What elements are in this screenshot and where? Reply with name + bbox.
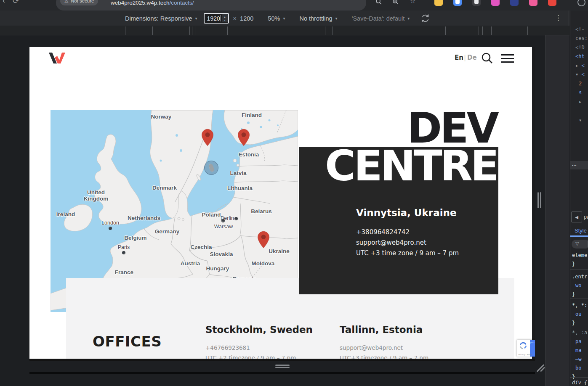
ruler-tick bbox=[337, 26, 337, 35]
address-bar[interactable]: ⚠ Not secure web4pro2025.w4p.tech/contac… bbox=[56, 0, 366, 11]
dom-line[interactable]: <!D bbox=[575, 45, 585, 50]
map-country-label: Belgium bbox=[124, 235, 146, 241]
map-country-label: Germany bbox=[155, 228, 180, 235]
map-country-label: Latvia bbox=[230, 170, 246, 176]
url-path: /contacts/ bbox=[170, 0, 194, 6]
map-country-label: Netherlands bbox=[128, 215, 160, 221]
styles-filter-input[interactable]: ▽ bbox=[572, 240, 588, 249]
offices-title: OFFICES bbox=[93, 333, 162, 350]
search-icon[interactable] bbox=[375, 0, 382, 5]
viewport-height-value[interactable]: 1200 bbox=[240, 15, 253, 22]
viewport-resize-handle-right[interactable] bbox=[537, 192, 541, 208]
bookmark-star-icon[interactable]: ☆ bbox=[410, 0, 415, 5]
extension-icon-yellow[interactable] bbox=[434, 0, 443, 6]
recaptcha-badge[interactable]: Privacy - Terms pro bbox=[517, 340, 535, 357]
css-line[interactable]: pa bbox=[575, 338, 581, 344]
css-line[interactable]: ou bbox=[575, 311, 581, 317]
filter-funnel-icon: ▽ bbox=[575, 241, 579, 246]
map-country-label: Moldova bbox=[252, 260, 275, 267]
dom-line[interactable]: ▸ bbox=[579, 99, 582, 105]
stockholm-map-pin[interactable] bbox=[201, 129, 214, 146]
page-scrollbar[interactable] bbox=[532, 47, 535, 361]
dom-line[interactable]: 2 bbox=[579, 81, 582, 87]
css-line[interactable]: } bbox=[572, 320, 575, 326]
dom-breadcrumb-more-button[interactable]: ••• bbox=[570, 161, 588, 169]
recaptcha-privacy-label[interactable]: Privacy - Terms bbox=[519, 353, 532, 355]
styles-separator bbox=[570, 377, 588, 378]
tallinn-map-pin[interactable] bbox=[237, 129, 250, 146]
expand-arrow-icon[interactable]: ▸ bbox=[575, 63, 581, 69]
dom-line[interactable]: ces: bbox=[575, 35, 588, 41]
extension-icon-blue[interactable] bbox=[453, 0, 462, 6]
dev-centre-hours: UTC +3 time zone / 9 am – 7 pm bbox=[356, 249, 459, 257]
extension-icon-navy[interactable] bbox=[510, 0, 519, 6]
map-cluster-marker[interactable] bbox=[204, 161, 218, 175]
collapse-pane-button[interactable]: ◀ bbox=[571, 212, 582, 222]
extension-icon-pink[interactable] bbox=[529, 0, 537, 6]
zoom-dropdown[interactable]: 50% bbox=[268, 15, 280, 22]
ruler-tick bbox=[482, 26, 483, 35]
expand-arrow-icon[interactable]: ▾ bbox=[575, 71, 581, 77]
extension-icon-red[interactable] bbox=[548, 0, 556, 6]
security-badge[interactable]: ⚠ Not secure bbox=[60, 0, 98, 5]
dimensions-dropdown[interactable]: Dimensions: Responsive bbox=[125, 15, 192, 22]
language-de[interactable]: De bbox=[467, 54, 477, 61]
css-line[interactable]: *, *: bbox=[572, 302, 587, 308]
stepper-down-icon[interactable]: ▾ bbox=[224, 19, 226, 22]
site-search-icon[interactable] bbox=[481, 52, 493, 64]
rotate-viewport-icon[interactable] bbox=[420, 13, 430, 23]
css-line[interactable]: } bbox=[572, 291, 575, 297]
viewport-width-input[interactable]: 1920 ▴ ▾ bbox=[204, 13, 229, 24]
office-city-stockholm: Stockholm, Sweden bbox=[205, 324, 313, 335]
screen: ‹ ⟳ ⚠ Not secure web4pro2025.w4p.tech/co… bbox=[0, 0, 588, 386]
dom-line[interactable]: ▸ < bbox=[575, 63, 585, 69]
extension-icon-dark[interactable] bbox=[472, 0, 481, 6]
more-options-kebab-icon[interactable]: ⋮ bbox=[555, 13, 562, 22]
css-line[interactable]: .entr bbox=[572, 274, 587, 280]
dev-centre-email[interactable]: support@web4pro.net bbox=[356, 239, 426, 246]
hero-title-line2: CENTRE bbox=[325, 147, 497, 185]
viewport-resize-handle-bottom[interactable] bbox=[275, 365, 290, 369]
dom-line[interactable]: s bbox=[579, 90, 582, 95]
back-icon[interactable]: ‹ bbox=[3, 0, 5, 5]
ruler-tick bbox=[195, 26, 195, 35]
css-line[interactable]: *, :a bbox=[572, 330, 587, 336]
css-line[interactable]: eleme bbox=[572, 252, 587, 258]
ruler-tick bbox=[201, 26, 201, 35]
hamburger-menu-icon[interactable] bbox=[501, 54, 514, 65]
language-en[interactable]: En bbox=[455, 54, 463, 61]
width-stepper[interactable]: ▴ ▾ bbox=[222, 14, 228, 22]
dom-line[interactable]: ▾ < bbox=[575, 71, 585, 77]
throttling-dropdown[interactable]: No throttling bbox=[299, 15, 332, 22]
css-line[interactable]: ma bbox=[575, 347, 581, 353]
vinnytsia-map-pin[interactable] bbox=[257, 231, 270, 249]
css-line[interactable]: } bbox=[572, 374, 575, 380]
css-line[interactable]: div { bbox=[572, 380, 587, 386]
url-text[interactable]: web4pro2025.w4p.tech/contacts/ bbox=[111, 0, 194, 6]
dom-line[interactable]: <ht bbox=[575, 53, 585, 59]
css-line[interactable]: wo bbox=[575, 283, 581, 288]
css-line[interactable]: bo bbox=[575, 365, 581, 371]
dev-centre-phone[interactable]: +380964824742 bbox=[356, 228, 410, 236]
stepper-up-icon[interactable]: ▴ bbox=[224, 15, 226, 19]
css-line[interactable]: -w bbox=[575, 356, 581, 362]
viewport-resize-handle-corner[interactable] bbox=[535, 361, 547, 373]
tab-styles[interactable]: Style bbox=[575, 227, 587, 234]
text-cursor bbox=[221, 15, 221, 21]
lens-search-icon[interactable] bbox=[392, 0, 399, 5]
office-email[interactable]: support@web4pro.net bbox=[340, 344, 403, 351]
reload-icon[interactable]: ⟳ bbox=[13, 0, 19, 5]
web4pro-logo[interactable] bbox=[48, 51, 68, 65]
profile-avatar[interactable] bbox=[577, 0, 585, 6]
extension-icon-magenta[interactable] bbox=[491, 0, 500, 6]
office-phone[interactable]: +46766923681 bbox=[205, 344, 250, 351]
map-city-label: Warsaw bbox=[214, 224, 233, 230]
dom-line[interactable]: <!- bbox=[575, 26, 585, 32]
dom-line[interactable]: ▾ bbox=[579, 117, 582, 123]
ruler-tick bbox=[192, 26, 192, 35]
pane-label-fragment: pa bbox=[584, 214, 588, 220]
save-data-dropdown[interactable]: 'Save-Data': default bbox=[352, 15, 405, 22]
map-city-dot-icon bbox=[221, 219, 225, 222]
css-line[interactable]: } bbox=[572, 261, 575, 267]
office-city-tallinn: Tallinn, Estonia bbox=[340, 324, 423, 335]
